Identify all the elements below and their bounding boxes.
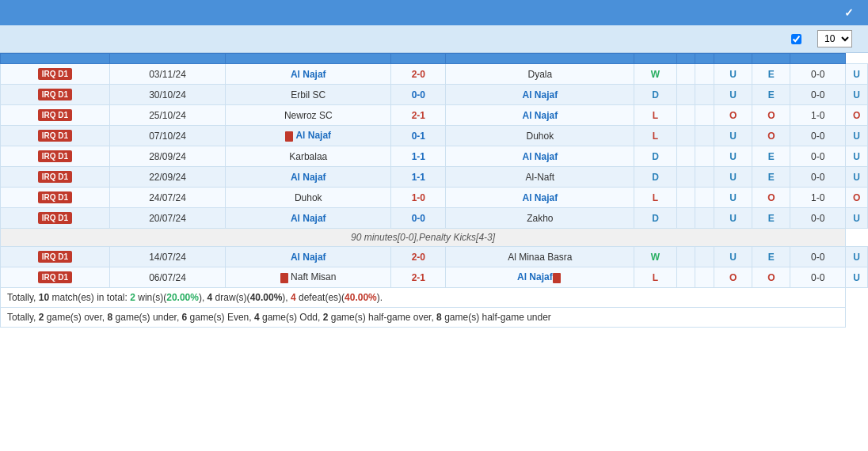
- table-row: IRQ D125/10/24Newroz SC2-1Al NajafLOO1-0…: [1, 105, 868, 126]
- cell-match: IRQ D1: [1, 126, 110, 146]
- cell-result[interactable]: 2-1: [391, 105, 446, 126]
- cell-team2[interactable]: Al Najaf: [446, 105, 634, 126]
- table-row: IRQ D114/07/24Al Najaf2-0Al Minaa BasraW…: [1, 247, 868, 267]
- cell-odd-even: E: [752, 167, 790, 188]
- cell-handicap: [676, 85, 695, 105]
- cell-outcome: D: [634, 208, 676, 229]
- cell-ht-over-under: U: [846, 267, 868, 288]
- cell-team2[interactable]: Al Najaf: [446, 267, 634, 288]
- cell-outcome: D: [634, 85, 676, 105]
- cell-odds: [695, 167, 714, 188]
- cell-ht-over-under: U: [846, 64, 868, 85]
- table-row: IRQ D130/10/24Erbil SC0-0Al NajafDUE0-0U: [1, 85, 868, 105]
- cell-result[interactable]: 2-1: [391, 267, 446, 288]
- header: ✓: [0, 0, 868, 25]
- cell-result[interactable]: 1-0: [391, 188, 446, 208]
- cell-date: 03/11/24: [109, 64, 226, 85]
- cell-team1: Naft Misan: [226, 267, 391, 288]
- cell-result[interactable]: 0-0: [391, 208, 446, 229]
- cell-ht: 1-0: [790, 188, 846, 208]
- cell-odds: [695, 64, 714, 85]
- cell-odd-even: E: [752, 146, 790, 167]
- filter-bar: 10 20 30: [0, 25, 868, 53]
- cell-outcome: D: [634, 146, 676, 167]
- cell-odd-even: O: [752, 267, 790, 288]
- cell-ht-over-under: U: [846, 247, 868, 267]
- cell-over-under: O: [714, 105, 752, 126]
- cell-outcome: D: [634, 167, 676, 188]
- cell-team2: Al-Naft: [446, 167, 634, 188]
- cell-team2: Zakho: [446, 208, 634, 229]
- cell-team1[interactable]: Al Najaf: [226, 64, 391, 85]
- table-row: IRQ D107/10/24Al Najaf0-1DuhokLUO0-0U: [1, 126, 868, 146]
- cell-match: IRQ D1: [1, 167, 110, 188]
- cell-outcome: L: [634, 188, 676, 208]
- col-odds: [676, 54, 695, 64]
- cell-team2[interactable]: Al Najaf: [446, 85, 634, 105]
- summary-text-1: Totally, 10 match(es) in total: 2 win(s)…: [1, 288, 846, 308]
- cell-result[interactable]: 0-0: [391, 85, 446, 105]
- cell-team2[interactable]: Al Najaf: [446, 188, 634, 208]
- table-row: IRQ D128/09/24Karbalaa1-1Al NajafDUE0-0U: [1, 146, 868, 167]
- cell-handicap: [676, 188, 695, 208]
- cell-ht-over-under: O: [846, 105, 868, 126]
- cell-odd-even: O: [752, 126, 790, 146]
- cell-date: 07/10/24: [109, 126, 226, 146]
- cell-ht: 0-0: [790, 267, 846, 288]
- cell-odds: [695, 267, 714, 288]
- cell-team1[interactable]: Al Najaf: [226, 167, 391, 188]
- cell-ht: 0-0: [790, 247, 846, 267]
- cell-date: 06/07/24: [109, 267, 226, 288]
- cell-match: IRQ D1: [1, 105, 110, 126]
- cell-handicap: [676, 64, 695, 85]
- cell-ht: 0-0: [790, 167, 846, 188]
- cell-odd-even: E: [752, 208, 790, 229]
- cell-odd-even: E: [752, 85, 790, 105]
- cell-team1[interactable]: Al Najaf: [226, 208, 391, 229]
- col-handicap: [634, 54, 676, 64]
- cell-team1[interactable]: Al Najaf: [226, 126, 391, 146]
- cell-result[interactable]: 2-0: [391, 64, 446, 85]
- cell-over-under: U: [714, 126, 752, 146]
- cell-match: IRQ D1: [1, 85, 110, 105]
- cell-handicap: [676, 105, 695, 126]
- cell-odd-even: O: [752, 105, 790, 126]
- col-match: [1, 54, 110, 64]
- cell-handicap: [676, 267, 695, 288]
- cell-over-under: U: [714, 146, 752, 167]
- irq-d1-checkbox[interactable]: [791, 34, 801, 44]
- cell-ht-over-under: U: [846, 85, 868, 105]
- cell-date: 20/07/24: [109, 208, 226, 229]
- cell-team1: Duhok: [226, 188, 391, 208]
- cell-handicap: [676, 247, 695, 267]
- cell-result[interactable]: 1-1: [391, 167, 446, 188]
- col-ht: [752, 54, 790, 64]
- cell-date: 14/07/24: [109, 247, 226, 267]
- cell-ht: 0-0: [790, 64, 846, 85]
- table-row: IRQ D122/09/24Al Najaf1-1Al-NaftDUE0-0U: [1, 167, 868, 188]
- summary-text-2: Totally, 2 game(s) over, 8 game(s) under…: [1, 308, 846, 328]
- table-row: IRQ D124/07/24Duhok1-0Al NajafLUO1-0O: [1, 188, 868, 208]
- col-odd-even: [714, 54, 752, 64]
- cell-team1[interactable]: Al Najaf: [226, 247, 391, 267]
- cell-ht: 0-0: [790, 85, 846, 105]
- cell-result[interactable]: 2-0: [391, 247, 446, 267]
- cell-ht: 0-0: [790, 146, 846, 167]
- col-over-under-25: [695, 54, 714, 64]
- penalty-row: 90 minutes[0-0],Penalty Kicks[4-3]: [1, 229, 868, 247]
- cell-odd-even: E: [752, 64, 790, 85]
- col-team2: [446, 54, 634, 64]
- cell-result[interactable]: 0-1: [391, 126, 446, 146]
- cell-odds: [695, 247, 714, 267]
- cell-odd-even: O: [752, 188, 790, 208]
- summary-row-2: Totally, 2 game(s) over, 8 game(s) under…: [1, 308, 868, 328]
- cell-date: 22/09/24: [109, 167, 226, 188]
- cell-team1: Erbil SC: [226, 85, 391, 105]
- cell-over-under: U: [714, 167, 752, 188]
- col-over-under-075: [790, 54, 846, 64]
- cell-over-under: O: [714, 267, 752, 288]
- cell-result[interactable]: 1-1: [391, 146, 446, 167]
- cell-team2[interactable]: Al Najaf: [446, 146, 634, 167]
- games-select[interactable]: 10 20 30: [817, 30, 852, 47]
- cell-odds: [695, 105, 714, 126]
